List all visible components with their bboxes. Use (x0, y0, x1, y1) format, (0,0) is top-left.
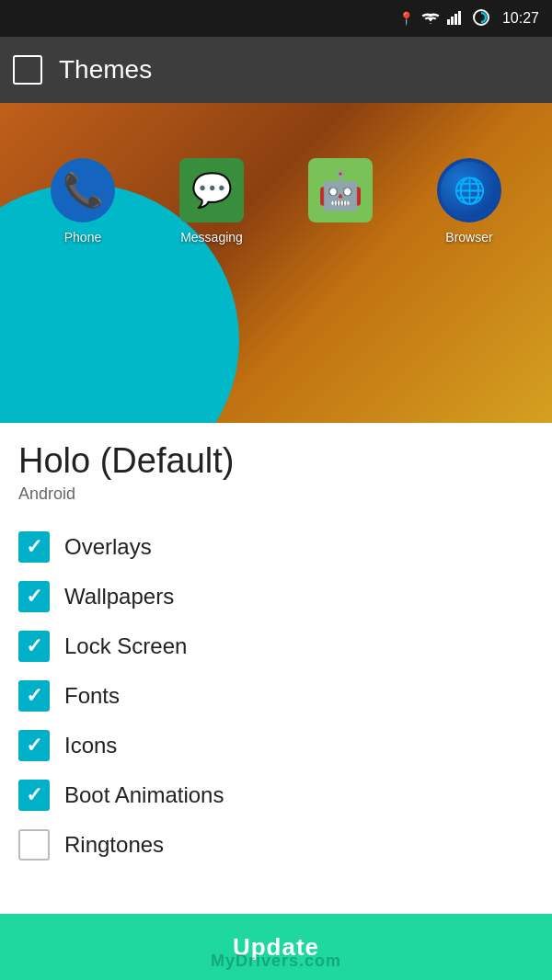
messaging-label: Messaging (180, 230, 243, 245)
theme-author: Android (18, 484, 534, 504)
app-icon-browser: 🌐 Browser (437, 158, 501, 245)
checkbox-item-wallpapers[interactable]: ✓Wallpapers (18, 572, 534, 621)
checkbox-box-4[interactable]: ✓ (18, 730, 50, 761)
checkbox-label-6: Ringtones (64, 832, 164, 858)
preview-app-icons: 📞 Phone 💬 Messaging 🤖 🌐 Browser (0, 158, 552, 245)
battery-icon (471, 9, 491, 28)
app-icon-android: 🤖 (308, 158, 373, 222)
signal-icon (447, 10, 464, 28)
phone-icon: 📞 (51, 158, 115, 222)
toolbar-title: Themes (59, 55, 152, 85)
checkbox-item-ringtones[interactable]: Ringtones (18, 820, 534, 870)
update-button[interactable]: Update MyDrivers.com (0, 914, 552, 980)
checkbox-label-3: Fonts (64, 683, 120, 709)
checkbox-label-1: Wallpapers (64, 584, 174, 610)
checkbox-label-5: Boot Animations (64, 782, 224, 808)
checkbox-box-0[interactable]: ✓ (18, 531, 50, 563)
status-bar: 📍 10:27 (0, 0, 552, 37)
checkbox-item-boot-animations[interactable]: ✓Boot Animations (18, 770, 534, 820)
checkbox-item-overlays[interactable]: ✓Overlays (18, 522, 534, 572)
checkbox-item-icons[interactable]: ✓Icons (18, 721, 534, 770)
theme-preview: 📞 Phone 💬 Messaging 🤖 🌐 Browser (0, 103, 552, 423)
checkbox-box-6[interactable] (18, 829, 50, 860)
phone-label: Phone (64, 230, 101, 245)
svg-rect-2 (454, 14, 457, 25)
content-area: Holo (Default) Android ✓Overlays✓Wallpap… (0, 423, 552, 870)
svg-rect-3 (458, 11, 461, 25)
checkbox-box-1[interactable]: ✓ (18, 581, 50, 612)
checkbox-item-lock-screen[interactable]: ✓Lock Screen (18, 621, 534, 671)
svg-rect-1 (451, 17, 454, 25)
checkbox-label-0: Overlays (64, 534, 152, 560)
checkbox-box-5[interactable]: ✓ (18, 780, 50, 811)
app-icon-messaging: 💬 Messaging (179, 158, 244, 245)
time-display: 10:27 (502, 10, 539, 27)
toolbar: Themes (0, 37, 552, 103)
checkbox-label-2: Lock Screen (64, 633, 187, 659)
update-label: Update (233, 933, 319, 962)
location-icon: 📍 (398, 11, 414, 26)
browser-icon: 🌐 (437, 158, 501, 222)
messaging-icon: 💬 (179, 158, 244, 222)
wifi-icon (421, 10, 440, 28)
browser-label: Browser (445, 230, 492, 245)
checkbox-item-fonts[interactable]: ✓Fonts (18, 671, 534, 721)
checkbox-label-4: Icons (64, 733, 117, 758)
checkbox-list: ✓Overlays✓Wallpapers✓Lock Screen✓Fonts✓I… (18, 522, 534, 870)
toolbar-icon (13, 55, 42, 85)
svg-rect-0 (447, 19, 450, 25)
android-icon: 🤖 (308, 158, 373, 222)
app-icon-phone: 📞 Phone (51, 158, 115, 245)
preview-background: 📞 Phone 💬 Messaging 🤖 🌐 Browser (0, 103, 552, 423)
checkbox-box-3[interactable]: ✓ (18, 680, 50, 712)
checkbox-box-2[interactable]: ✓ (18, 631, 50, 662)
theme-name: Holo (Default) (18, 441, 534, 481)
